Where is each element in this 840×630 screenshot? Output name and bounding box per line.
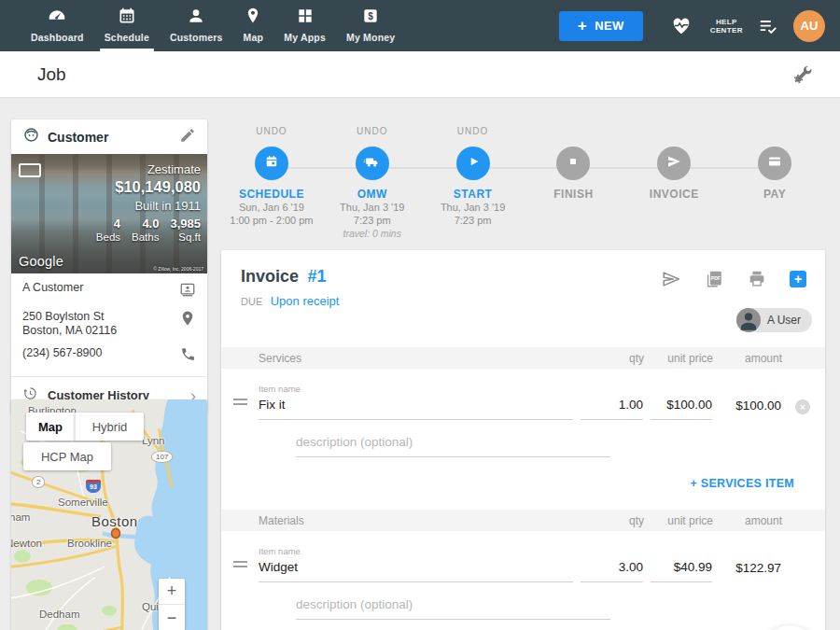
user-silhouette-icon xyxy=(736,308,761,332)
help-center-link[interactable]: HELP CENTER xyxy=(710,18,743,35)
zoom-out-button[interactable]: − xyxy=(159,605,185,630)
job-workflow: UNDO SCHEDULE Sun, Jan 6 '19 1:00 pm - 2… xyxy=(221,126,825,250)
map-type-map-button[interactable]: Map xyxy=(26,413,75,441)
customer-info: A Customer 250 Boylston St Boston, MA 02… xyxy=(11,273,207,376)
service-unit-price-input[interactable] xyxy=(651,396,712,420)
dashboard-icon xyxy=(48,7,66,29)
nav-item-customers[interactable]: Customers xyxy=(160,0,233,51)
map-zoom-controls: + − xyxy=(159,579,185,630)
drag-handle-icon[interactable] xyxy=(233,399,247,408)
assigned-user-chip[interactable]: A User xyxy=(736,308,812,332)
step-time: 1:00 pm - 2:00 pm xyxy=(221,214,322,227)
map-label-boston: Boston xyxy=(91,513,138,529)
customer-name: A Customer xyxy=(22,281,83,295)
service-qty-input[interactable] xyxy=(581,396,643,420)
map-canvas[interactable]: Burlington Lynn 107 2 93 Somerville ham … xyxy=(11,399,207,630)
map-label-brookline: Brookline xyxy=(67,538,112,549)
material-qty-input[interactable] xyxy=(581,558,643,582)
schedule-icon xyxy=(118,7,136,29)
materials-item-row: Item name $122.97 xyxy=(221,531,825,620)
invoice-step-button[interactable] xyxy=(657,147,691,180)
drag-handle-icon[interactable] xyxy=(233,561,247,570)
customer-address: 250 Boylston St Boston, MA 02116 xyxy=(22,310,117,338)
pdf-icon[interactable]: PDF xyxy=(704,269,724,289)
customer-card-header: Customer xyxy=(11,119,207,154)
step-time: 7:23 pm xyxy=(423,214,524,227)
omw-step-button[interactable] xyxy=(356,147,389,180)
job-settings-icon[interactable] xyxy=(792,63,814,85)
nav-right: + NEW HELP CENTER AU xyxy=(559,0,840,51)
add-services-item-link[interactable]: + SERVICES ITEM xyxy=(690,477,794,490)
map-label-ham: ham xyxy=(11,511,30,523)
step-label: PAY xyxy=(724,188,825,201)
customer-card-title: Customer xyxy=(48,130,172,145)
amount-column-header: amount xyxy=(713,352,782,365)
due-label: DUE xyxy=(241,296,262,307)
undo-schedule-button[interactable]: UNDO xyxy=(221,126,322,138)
nav-item-label: Map xyxy=(244,32,264,43)
hcp-map-button[interactable]: HCP Map xyxy=(23,442,111,470)
zoom-in-button[interactable]: + xyxy=(159,579,185,605)
customer-address-row: 250 Boylston St Boston, MA 02116 xyxy=(22,310,196,338)
print-icon[interactable] xyxy=(747,269,767,289)
fact-sqft: 3,985Sq.ft xyxy=(170,217,201,243)
map-label-dedham: Dedham xyxy=(39,609,79,620)
google-watermark: Google xyxy=(19,254,63,269)
nav-item-map[interactable]: Map xyxy=(233,0,274,51)
plus-icon: + xyxy=(578,18,587,34)
phone-icon[interactable] xyxy=(180,346,196,366)
nav-item-schedule[interactable]: Schedule xyxy=(94,0,160,51)
stop-icon xyxy=(565,153,581,174)
nav-item-my-apps[interactable]: My Apps xyxy=(273,0,336,51)
calendar-icon xyxy=(263,153,280,174)
amount-column-header: amount xyxy=(713,514,782,527)
remove-item-button[interactable]: × xyxy=(795,399,810,414)
customer-phone-row: (234) 567-8900 xyxy=(22,346,196,366)
service-item-name-input[interactable] xyxy=(259,396,573,420)
step-time: 7:23 pm xyxy=(322,214,423,227)
material-item-name-input[interactable] xyxy=(259,558,573,582)
route-107-shield: 107 xyxy=(151,451,173,463)
street-view-icon[interactable] xyxy=(19,163,41,177)
finish-step-button[interactable] xyxy=(556,147,590,180)
step-omw: UNDO OMW Thu, Jan 3 '19 7:23 pm travel: … xyxy=(322,126,423,250)
user-avatar[interactable]: AU xyxy=(793,10,825,42)
undo-start-button[interactable]: UNDO xyxy=(423,126,524,138)
map-label-somerville: Somerville xyxy=(58,497,108,508)
property-facts: 4Beds 4.0Baths 3,985Sq.ft xyxy=(96,217,201,243)
pay-step-button[interactable] xyxy=(758,147,791,180)
location-pin-icon[interactable] xyxy=(179,310,196,330)
map-type-hybrid-button[interactable]: Hybrid xyxy=(75,413,144,441)
add-invoice-item-button[interactable]: + xyxy=(790,271,806,287)
start-step-button[interactable] xyxy=(456,147,490,180)
material-amount: $122.97 xyxy=(712,561,781,582)
nav-item-label: Customers xyxy=(170,32,223,43)
help-line2: CENTER xyxy=(710,26,743,35)
step-schedule: UNDO SCHEDULE Sun, Jan 6 '19 1:00 pm - 2… xyxy=(221,126,322,250)
new-button[interactable]: + NEW xyxy=(559,11,643,41)
nav-item-dashboard[interactable]: Dashboard xyxy=(21,0,94,51)
health-heart-icon[interactable] xyxy=(671,16,692,36)
nav-item-label: Schedule xyxy=(105,32,149,43)
nav-item-label: Dashboard xyxy=(31,32,84,43)
send-invoice-icon[interactable] xyxy=(661,269,681,289)
material-unit-price-input[interactable] xyxy=(651,558,712,582)
truck-icon xyxy=(363,153,381,175)
tasks-list-icon[interactable] xyxy=(758,16,778,36)
nav-item-my-money[interactable]: $ My Money xyxy=(336,0,405,51)
schedule-step-button[interactable] xyxy=(255,147,288,180)
job-header-bar: Job xyxy=(0,51,840,98)
due-terms-link[interactable]: Upon receipt xyxy=(271,294,340,308)
step-label: INVOICE xyxy=(623,188,724,201)
map-marker xyxy=(112,528,120,538)
edit-pencil-icon[interactable] xyxy=(179,127,196,147)
service-description-input[interactable] xyxy=(296,433,610,457)
nav-item-label: My Money xyxy=(346,32,395,43)
step-date: Thu, Jan 3 '19 xyxy=(423,201,524,214)
undo-omw-button[interactable]: UNDO xyxy=(322,126,423,138)
item-name-label: Item name xyxy=(259,546,825,556)
step-label: OMW xyxy=(322,188,423,201)
contact-card-icon[interactable] xyxy=(179,281,196,301)
material-description-input[interactable] xyxy=(296,595,610,620)
fact-baths: 4.0Baths xyxy=(132,217,159,243)
